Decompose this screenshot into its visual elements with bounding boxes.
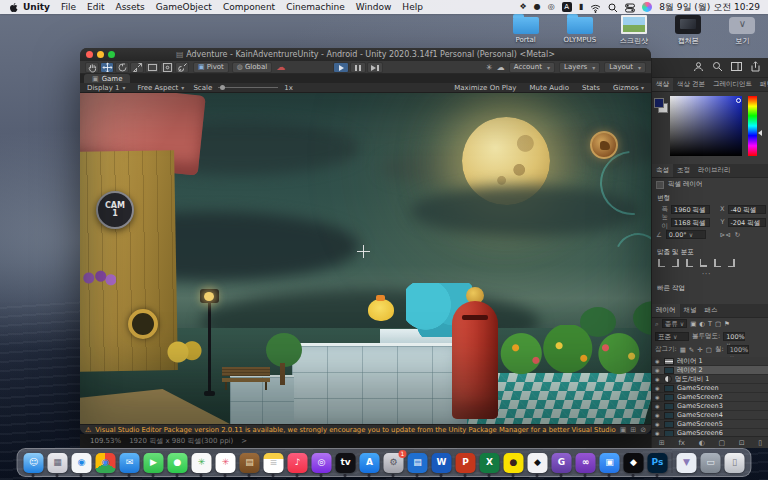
foreground-color-chip[interactable] xyxy=(654,98,664,108)
status-message[interactable]: Visual Studio Editor Package version 2.0… xyxy=(95,426,615,434)
layer-mask-icon[interactable]: ◐ xyxy=(699,439,705,447)
visibility-eye-icon[interactable]: ◉ xyxy=(655,421,661,427)
dock-facetime[interactable]: ▶ xyxy=(144,453,164,473)
menu-item[interactable]: Help xyxy=(402,2,423,12)
visibility-eye-icon[interactable]: ◉ xyxy=(655,394,661,400)
zoom-level[interactable]: 109.53% xyxy=(90,437,121,445)
menu-bar-clock[interactable]: 8월 9일 (월) 오전 10:29 xyxy=(659,1,760,14)
dock-unity-hub[interactable]: ◆ xyxy=(528,453,548,473)
collab-icon[interactable]: ☁ xyxy=(276,62,285,72)
dock-unity-editor[interactable]: ◆ xyxy=(624,453,644,473)
dock-kakaotalk[interactable]: ● xyxy=(504,453,524,473)
layer-GameScreen4[interactable]: ◉ GameScreen4 xyxy=(652,411,768,420)
menu-item[interactable]: GameObject xyxy=(156,2,212,12)
control-center-icon[interactable] xyxy=(625,0,635,17)
new-group-icon[interactable]: ▢ xyxy=(718,439,725,447)
layer-GameScreen6[interactable]: ◉ GameScreen6 xyxy=(652,429,768,436)
tab-paths[interactable]: 패스 xyxy=(701,304,722,317)
dock-excel[interactable]: X xyxy=(480,453,500,473)
desktop-icon-folder-1[interactable]: Portal xyxy=(505,15,546,51)
dock-chrome[interactable]: ◉ xyxy=(96,453,116,473)
visibility-eye-icon[interactable]: ◉ xyxy=(655,385,661,391)
dock-trash[interactable]: ▯ xyxy=(725,453,745,473)
tab-swatches[interactable]: 색상 견본 xyxy=(673,78,709,91)
aspect-dropdown[interactable]: Free Aspect▾ xyxy=(135,84,188,92)
unity-status-bar[interactable]: ⚠ Visual Studio Editor Package version 2… xyxy=(80,424,651,434)
filter-shape-icon[interactable]: ▢ xyxy=(715,320,721,328)
layer-GameScreen3[interactable]: ◉ GameScreen3 xyxy=(652,402,768,411)
dock-music[interactable]: ♪ xyxy=(288,453,308,473)
workspace-switcher-icon[interactable] xyxy=(731,61,742,74)
visibility-eye-icon[interactable]: ◉ xyxy=(655,367,661,373)
dock-messages[interactable]: ● xyxy=(168,453,188,473)
layer-GameScreen2[interactable]: ◉ GameScreen2 xyxy=(652,393,768,402)
color-field-knob[interactable] xyxy=(736,98,741,103)
game-view-tab[interactable]: ▣Game xyxy=(84,74,130,83)
mute-audio-button[interactable]: Mute Audio xyxy=(526,84,572,92)
dock-colorful-app[interactable]: ✳ xyxy=(192,453,212,473)
visibility-eye-icon[interactable]: ◉ xyxy=(655,412,661,418)
align-bottom-icon[interactable] xyxy=(728,259,735,267)
layers-dropdown[interactable]: Layers▾ xyxy=(559,62,600,73)
dock-finder[interactable]: ☺ xyxy=(24,453,44,473)
desktop-icon-capture-device[interactable]: 캡쳐본 xyxy=(668,15,709,51)
align-left-icon[interactable] xyxy=(658,259,665,267)
menu-item[interactable]: Component xyxy=(223,2,275,12)
tab-patterns[interactable]: 패턴 xyxy=(756,78,768,91)
filter-adjustment-icon[interactable]: ◐ xyxy=(699,320,705,328)
dock-zoom[interactable]: ▣ xyxy=(600,453,620,473)
step-button[interactable] xyxy=(367,62,383,73)
console-list-icon[interactable]: ⊞ xyxy=(630,426,636,434)
scale-slider[interactable] xyxy=(218,87,278,88)
filter-pixel-icon[interactable]: ▣ xyxy=(690,320,696,328)
dock-separator[interactable] xyxy=(672,453,673,473)
pivot-toggle-button[interactable]: ▣Pivot xyxy=(193,62,229,73)
foreground-background-chips[interactable] xyxy=(654,98,668,138)
width-field[interactable]: 1960 픽셀 xyxy=(671,205,710,214)
account-dropdown[interactable]: Account▾ xyxy=(509,62,555,73)
filter-pin-icon[interactable]: ⚑ xyxy=(724,320,730,328)
flip-horizontal-icon[interactable]: ⊳⊲ xyxy=(720,231,731,239)
input-source-indicator[interactable]: A xyxy=(562,2,572,12)
filter-kind-dropdown[interactable]: 종류 ∨ xyxy=(662,319,687,328)
hand-tool-button[interactable] xyxy=(85,62,99,73)
pause-button[interactable] xyxy=(350,62,366,73)
dock-contacts-book[interactable]: ▤ xyxy=(240,453,260,473)
angle-field[interactable]: 0.00° ∨ xyxy=(666,230,706,239)
delete-layer-icon[interactable]: ▯ xyxy=(758,439,762,447)
rotate-icon[interactable]: ↻ xyxy=(735,231,740,239)
blend-mode-dropdown[interactable]: 표준 ∨ xyxy=(655,332,689,341)
layer-GameScreen[interactable]: ◉ GameScreen xyxy=(652,384,768,393)
tab-color[interactable]: 색상 xyxy=(652,78,673,91)
console-mute-icon[interactable]: ⊘ xyxy=(640,426,646,434)
dock-minimized-window[interactable]: ▭ xyxy=(701,453,721,473)
lock-all-icon[interactable]: ▢ xyxy=(706,346,712,354)
visibility-eye-icon[interactable]: ◉ xyxy=(655,376,661,382)
scale-tool-button[interactable] xyxy=(130,62,144,73)
align-top-icon[interactable] xyxy=(700,259,707,267)
desktop-icon-folder-2[interactable]: OLYMPUS xyxy=(559,15,600,51)
battery-icon[interactable]: ▮ xyxy=(579,3,583,11)
align-right-icon[interactable] xyxy=(686,259,693,267)
menu-item[interactable]: Assets xyxy=(115,2,144,12)
play-button[interactable] xyxy=(333,62,349,73)
fill-dropdown[interactable]: 100% ∨ xyxy=(727,345,749,354)
tab-properties[interactable]: 속성 xyxy=(652,164,673,177)
filter-search-icon[interactable]: ⌕ xyxy=(655,320,659,328)
gizmos-dropdown[interactable]: Gizmos ▾ xyxy=(610,84,647,92)
dock-mail[interactable]: ✉ xyxy=(120,453,140,473)
display-dropdown[interactable]: Display 1▾ xyxy=(84,84,129,92)
menu-item[interactable]: File xyxy=(61,2,76,12)
dock-powerpoint[interactable]: P xyxy=(456,453,476,473)
new-layer-icon[interactable]: ⊡ xyxy=(739,439,745,447)
dock-onenote[interactable]: ▤ xyxy=(408,453,428,473)
game-viewport[interactable]: CAM 1 xyxy=(80,93,651,424)
dock-photos[interactable]: ✳ xyxy=(216,453,236,473)
dock-photoshop[interactable]: Ps xyxy=(648,453,668,473)
desktop-icon-stack[interactable]: 보기 xyxy=(722,15,763,51)
dock-notes[interactable]: ≡ xyxy=(264,453,284,473)
layer-명도/대비 1[interactable]: ◉ 명도/대비 1 xyxy=(652,375,768,384)
opacity-dropdown[interactable]: 100% ∨ xyxy=(723,332,745,341)
layer-GameScreen5[interactable]: ◉ GameScreen5 xyxy=(652,420,768,429)
dock-downloads[interactable]: ▼ xyxy=(677,453,697,473)
